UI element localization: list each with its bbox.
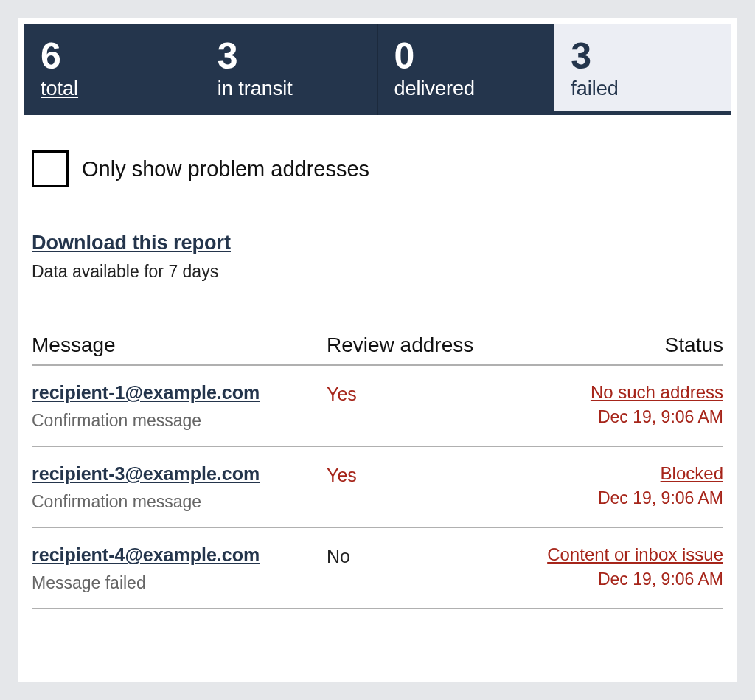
pill-total[interactable]: 6 total [24, 24, 201, 115]
pill-failed-label: failed [571, 77, 619, 100]
pill-total-count: 6 [41, 38, 186, 74]
th-status: Status [496, 333, 723, 357]
download-report-link[interactable]: Download this report [32, 232, 231, 254]
pill-failed[interactable]: 3 failed [554, 24, 731, 115]
message-cell: recipient-3@example.com Confirmation mes… [32, 463, 327, 512]
status-link[interactable]: Blocked [661, 463, 723, 483]
messages-table: Message Review address Status recipient-… [32, 333, 723, 609]
status-cell: No such address Dec 19, 9:06 AM [496, 382, 723, 427]
pill-failed-count: 3 [571, 38, 716, 74]
table-row: recipient-3@example.com Confirmation mes… [32, 447, 723, 528]
table-row: recipient-1@example.com Confirmation mes… [32, 366, 723, 447]
status-summary-banner: 6 total 3 in transit 0 delivered 3 faile… [24, 24, 731, 115]
table-row: recipient-4@example.com Message failed N… [32, 528, 723, 609]
message-subtext: Confirmation message [32, 492, 327, 512]
th-review: Review address [327, 333, 496, 357]
review-cell: Yes [327, 463, 496, 486]
status-time: Dec 19, 9:06 AM [496, 488, 723, 508]
report-body: Only show problem addresses Download thi… [18, 150, 737, 623]
message-cell: recipient-1@example.com Confirmation mes… [32, 382, 327, 431]
download-hint: Data available for 7 days [32, 262, 723, 282]
message-subtext: Confirmation message [32, 411, 327, 431]
pill-delivered-count: 0 [394, 38, 540, 74]
problem-addresses-label: Only show problem addresses [82, 157, 369, 181]
recipient-link[interactable]: recipient-4@example.com [32, 544, 260, 566]
status-cell: Content or inbox issue Dec 19, 9:06 AM [496, 544, 723, 589]
table-header: Message Review address Status [32, 333, 723, 366]
status-link[interactable]: Content or inbox issue [547, 544, 723, 564]
recipient-link[interactable]: recipient-3@example.com [32, 463, 260, 485]
pill-in-transit-count: 3 [218, 38, 363, 74]
pill-in-transit-label: in transit [218, 77, 293, 100]
report-card: 6 total 3 in transit 0 delivered 3 faile… [18, 18, 737, 682]
review-cell: Yes [327, 382, 496, 405]
status-time: Dec 19, 9:06 AM [496, 407, 723, 427]
problem-addresses-checkbox[interactable] [32, 150, 69, 187]
message-subtext: Message failed [32, 573, 327, 593]
status-time: Dec 19, 9:06 AM [496, 569, 723, 589]
download-section: Download this report Data available for … [32, 232, 723, 282]
filter-row: Only show problem addresses [32, 150, 723, 187]
status-cell: Blocked Dec 19, 9:06 AM [496, 463, 723, 508]
page-wrap: 6 total 3 in transit 0 delivered 3 faile… [0, 0, 755, 700]
review-cell: No [327, 544, 496, 567]
pill-in-transit[interactable]: 3 in transit [201, 24, 378, 115]
pill-delivered-label: delivered [394, 77, 476, 100]
pill-total-label: total [41, 77, 78, 100]
th-message: Message [32, 333, 327, 357]
message-cell: recipient-4@example.com Message failed [32, 544, 327, 593]
pill-delivered[interactable]: 0 delivered [378, 24, 555, 115]
recipient-link[interactable]: recipient-1@example.com [32, 382, 260, 403]
status-link[interactable]: No such address [591, 382, 723, 402]
